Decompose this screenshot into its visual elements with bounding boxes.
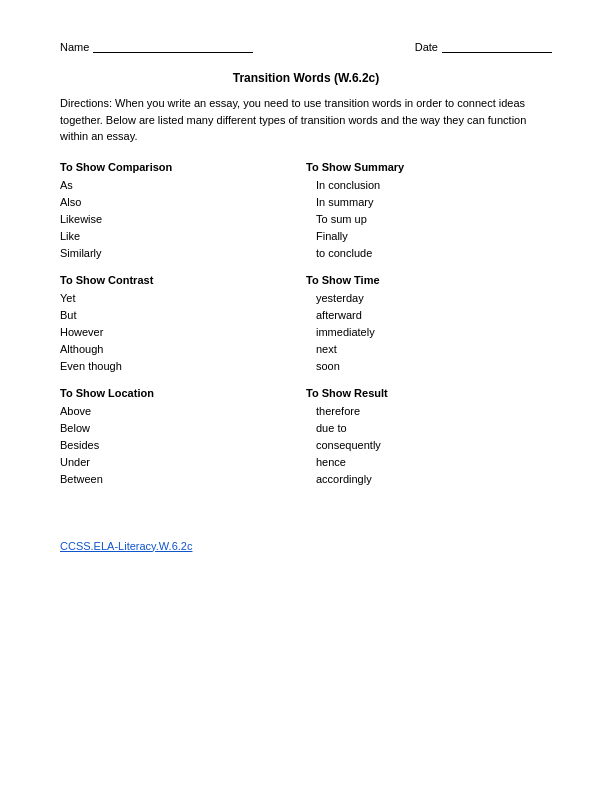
right-word-item: due to — [306, 422, 552, 434]
left-word-item: Like — [60, 230, 306, 242]
left-word-item: Also — [60, 196, 306, 208]
date-label: Date — [415, 41, 438, 53]
name-label: Name — [60, 41, 89, 53]
right-word-item: therefore — [306, 405, 552, 417]
right-section-header-1: To Show Time — [306, 274, 552, 286]
left-word-item: Yet — [60, 292, 306, 304]
left-word-item: Below — [60, 422, 306, 434]
right-word-item: yesterday — [306, 292, 552, 304]
right-word-item: afterward — [306, 309, 552, 321]
header-row: Name Date — [60, 40, 552, 53]
left-section-header-0: To Show Comparison — [60, 161, 306, 173]
left-word-item: Similarly — [60, 247, 306, 259]
left-section-header-1: To Show Contrast — [60, 274, 306, 286]
left-word-item: Even though — [60, 360, 306, 372]
right-word-item: next — [306, 343, 552, 355]
content-columns: To Show ComparisonAsAlsoLikewiseLikeSimi… — [60, 161, 552, 500]
right-section-header-0: To Show Summary — [306, 161, 552, 173]
right-column: To Show SummaryIn conclusionIn summaryTo… — [306, 161, 552, 500]
right-word-item: In conclusion — [306, 179, 552, 191]
right-word-item: In summary — [306, 196, 552, 208]
left-column: To Show ComparisonAsAlsoLikewiseLikeSimi… — [60, 161, 306, 500]
name-line — [93, 40, 253, 53]
right-word-item: Finally — [306, 230, 552, 242]
left-word-item: Between — [60, 473, 306, 485]
right-word-item: immediately — [306, 326, 552, 338]
page-title: Transition Words (W.6.2c) — [60, 71, 552, 85]
left-word-item: Besides — [60, 439, 306, 451]
left-word-item: Above — [60, 405, 306, 417]
left-section-header-2: To Show Location — [60, 387, 306, 399]
left-word-item: But — [60, 309, 306, 321]
right-word-item: consequently — [306, 439, 552, 451]
date-field: Date — [415, 40, 552, 53]
date-line — [442, 40, 552, 53]
left-word-item: Although — [60, 343, 306, 355]
name-field: Name — [60, 40, 253, 53]
ccss-link[interactable]: CCSS.ELA-Literacy.W.6.2c — [60, 540, 192, 552]
left-word-item: Likewise — [60, 213, 306, 225]
left-word-item: Under — [60, 456, 306, 468]
right-word-item: accordingly — [306, 473, 552, 485]
left-word-item: However — [60, 326, 306, 338]
right-word-item: To sum up — [306, 213, 552, 225]
right-section-header-2: To Show Result — [306, 387, 552, 399]
directions-text: Directions: When you write an essay, you… — [60, 95, 552, 145]
right-word-item: hence — [306, 456, 552, 468]
right-word-item: to conclude — [306, 247, 552, 259]
footer: CCSS.ELA-Literacy.W.6.2c — [60, 540, 552, 552]
right-word-item: soon — [306, 360, 552, 372]
left-word-item: As — [60, 179, 306, 191]
